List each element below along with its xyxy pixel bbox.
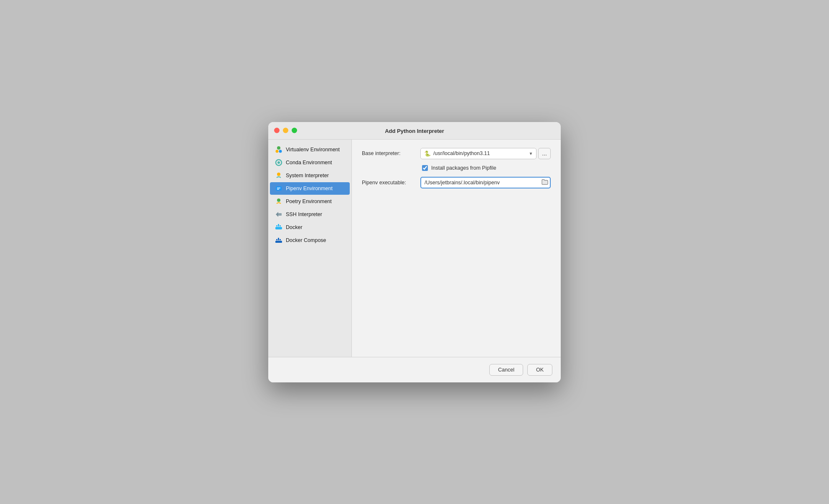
- sidebar-item-docker-label: Docker: [286, 224, 303, 230]
- install-packages-row: Install packages from Pipfile: [422, 165, 551, 171]
- svg-rect-12: [275, 227, 282, 229]
- sidebar-item-system-label: System Interpreter: [286, 173, 329, 178]
- base-interpreter-value: /usr/local/bin/python3.11: [433, 150, 490, 156]
- title-bar: Add Python Interpreter: [268, 122, 561, 140]
- svg-point-0: [277, 146, 280, 150]
- dialog-footer: Cancel OK: [268, 357, 561, 382]
- sidebar: Virtualenv Environment Conda Environment: [268, 140, 352, 357]
- pipenv-executable-input-container: [420, 177, 551, 188]
- sidebar-item-system[interactable]: System Interpreter: [270, 169, 350, 182]
- docker-compose-icon: [275, 237, 282, 244]
- pipenv-executable-label: Pipenv executable:: [362, 180, 420, 186]
- pipenv-executable-row: Pipenv executable:: [362, 177, 551, 188]
- sidebar-item-ssh[interactable]: SSH Interpreter: [270, 208, 350, 221]
- sidebar-item-docker-compose[interactable]: Docker Compose: [270, 234, 350, 247]
- ok-button[interactable]: OK: [527, 364, 552, 376]
- sidebar-item-conda[interactable]: Conda Environment: [270, 156, 350, 169]
- base-interpreter-ellipsis-button[interactable]: ...: [538, 148, 551, 159]
- svg-rect-19: [278, 239, 279, 240]
- install-packages-checkbox[interactable]: [422, 165, 428, 171]
- system-icon: [275, 172, 282, 179]
- folder-browse-button[interactable]: [542, 179, 548, 186]
- poetry-icon: [275, 198, 282, 205]
- ssh-icon: [275, 211, 282, 218]
- svg-point-9: [277, 199, 280, 202]
- add-python-interpreter-dialog: Add Python Interpreter Virtualenv Enviro…: [268, 122, 561, 382]
- svg-rect-14: [278, 225, 279, 227]
- svg-point-2: [279, 150, 282, 153]
- svg-point-1: [276, 150, 279, 153]
- pipenv-executable-input-group: [420, 177, 551, 188]
- pipenv-executable-input[interactable]: [420, 177, 551, 188]
- virtualenv-icon: [275, 146, 282, 153]
- svg-rect-13: [276, 225, 277, 227]
- dialog-title: Add Python Interpreter: [385, 128, 444, 134]
- base-interpreter-input-group: 🐍 /usr/local/bin/python3.11 ▼ ...: [420, 148, 551, 159]
- svg-rect-6: [276, 186, 282, 191]
- sidebar-item-pipenv[interactable]: Pipenv Environment: [270, 182, 350, 195]
- sidebar-item-poetry-label: Poetry Environment: [286, 199, 332, 204]
- svg-marker-10: [276, 212, 278, 217]
- sidebar-item-pipenv-label: Pipenv Environment: [286, 186, 333, 191]
- pipenv-icon: [275, 185, 282, 192]
- sidebar-item-ssh-label: SSH Interpreter: [286, 211, 322, 217]
- main-content: Base interpreter: 🐍 /usr/local/bin/pytho…: [352, 140, 561, 357]
- svg-point-4: [277, 161, 280, 164]
- base-interpreter-row: Base interpreter: 🐍 /usr/local/bin/pytho…: [362, 148, 551, 159]
- svg-rect-7: [277, 188, 280, 188]
- svg-rect-8: [277, 189, 279, 190]
- dialog-body: Virtualenv Environment Conda Environment: [268, 140, 561, 357]
- sidebar-item-conda-label: Conda Environment: [286, 160, 332, 165]
- dropdown-arrow-icon: ▼: [529, 151, 533, 156]
- svg-rect-20: [280, 239, 281, 240]
- svg-point-5: [277, 173, 280, 176]
- svg-rect-11: [278, 213, 282, 216]
- base-interpreter-dropdown-container: 🐍 /usr/local/bin/python3.11 ▼: [420, 148, 537, 159]
- close-button[interactable]: [274, 128, 280, 133]
- python-icon: 🐍: [424, 150, 431, 157]
- svg-rect-17: [275, 241, 282, 243]
- base-interpreter-label: Base interpreter:: [362, 150, 420, 156]
- install-packages-label: Install packages from Pipfile: [431, 165, 496, 171]
- sidebar-item-virtualenv[interactable]: Virtualenv Environment: [270, 143, 350, 156]
- sidebar-item-virtualenv-label: Virtualenv Environment: [286, 147, 340, 153]
- sidebar-item-docker-compose-label: Docker Compose: [286, 237, 326, 243]
- docker-icon: [275, 224, 282, 231]
- traffic-lights: [274, 128, 297, 133]
- sidebar-item-docker[interactable]: Docker: [270, 221, 350, 234]
- minimize-button[interactable]: [283, 128, 288, 133]
- cancel-button[interactable]: Cancel: [489, 364, 523, 376]
- conda-icon: [275, 159, 282, 166]
- maximize-button[interactable]: [292, 128, 297, 133]
- svg-rect-18: [276, 239, 277, 240]
- svg-rect-21: [278, 238, 279, 239]
- svg-rect-15: [280, 225, 281, 227]
- base-interpreter-dropdown[interactable]: 🐍 /usr/local/bin/python3.11 ▼: [420, 148, 537, 159]
- svg-rect-16: [278, 224, 279, 225]
- sidebar-item-poetry[interactable]: Poetry Environment: [270, 195, 350, 208]
